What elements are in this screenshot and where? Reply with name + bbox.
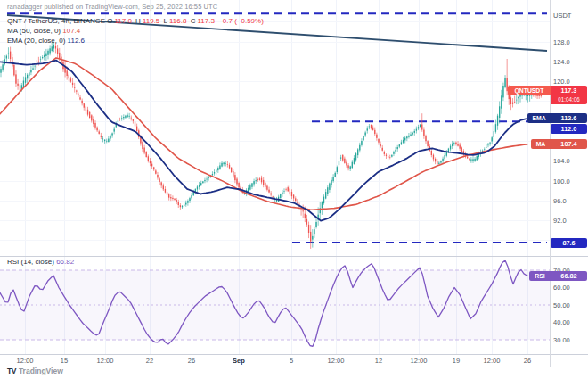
candle-body	[492, 137, 493, 141]
chart-legend[interactable]: QNT / TetherUS, 4h, BINANCE O117.0 H119.…	[7, 16, 265, 45]
candle-body	[484, 149, 485, 150]
candle-body	[433, 155, 434, 160]
candle-body	[359, 145, 360, 151]
candle-body	[502, 86, 503, 97]
candle-body	[271, 194, 272, 195]
candle-body	[323, 197, 324, 203]
candle-body	[42, 57, 43, 58]
candle-body	[35, 66, 36, 67]
candle-body	[165, 189, 166, 193]
candle-body	[266, 186, 267, 190]
time-tick-label: 12	[363, 357, 394, 365]
candle-body	[189, 198, 190, 201]
candle-body	[438, 163, 439, 164]
candle-body	[355, 153, 356, 160]
candle-body	[283, 191, 284, 192]
candle-body	[291, 192, 292, 196]
ma-price-badge[interactable]: MA 107.4	[531, 139, 587, 149]
candle-body	[437, 161, 437, 164]
candle-body	[461, 147, 462, 152]
candle-body	[371, 125, 372, 128]
candle-body	[293, 195, 294, 199]
candle-body	[386, 155, 387, 156]
candle-body	[352, 162, 353, 168]
candle-body	[408, 136, 409, 137]
candle-body	[119, 119, 120, 119]
candle-body	[231, 168, 232, 172]
tradingview-logo[interactable]: TV TradingView	[7, 367, 63, 375]
candle-body	[420, 125, 421, 127]
level-112-badge[interactable]: 112.0	[551, 124, 587, 134]
candle-body	[374, 130, 375, 134]
candle-body	[38, 62, 39, 62]
candle-body	[57, 49, 58, 54]
price-chart-canvas[interactable]	[0, 0, 588, 379]
candle-body	[489, 143, 490, 144]
ma-value: 107.4	[62, 27, 80, 35]
candle-body	[259, 178, 260, 180]
candle-body	[342, 155, 343, 161]
rsi-tick-label: 60.00	[553, 284, 585, 292]
ma-tag: MA	[531, 139, 551, 149]
rsi-legend-row[interactable]: RSI (14, close) 66.82	[7, 258, 74, 266]
ema-price-badge[interactable]: EMA 112.6	[527, 113, 587, 123]
time-tick-label: 12:00	[404, 357, 434, 365]
candle-body	[15, 74, 16, 83]
candle-body	[472, 159, 473, 161]
candle-body	[389, 157, 390, 158]
candle-body	[268, 190, 269, 193]
symbol-legend-row[interactable]: QNT / TetherUS, 4h, BINANCE O117.0 H119.…	[7, 16, 265, 26]
candle-body	[369, 127, 370, 128]
level-87-6-badge[interactable]: 87.6	[551, 238, 587, 248]
candle-body	[340, 158, 341, 159]
candle-body	[265, 183, 265, 187]
candle-body	[108, 139, 109, 143]
candle-body	[2, 64, 3, 70]
ema-legend-row[interactable]: EMA (20, close, 0) 112.6	[7, 36, 265, 45]
candle-body	[470, 160, 471, 161]
candle-body	[59, 53, 60, 59]
candle-body	[288, 187, 289, 191]
candle-body	[233, 171, 233, 177]
candle-body	[44, 55, 45, 57]
candle-body	[155, 170, 156, 173]
candle-body	[99, 131, 100, 134]
candle-body	[170, 197, 171, 198]
price-tick-label: 96.0	[553, 197, 585, 205]
candle-body	[72, 83, 73, 85]
candle-body	[148, 156, 149, 161]
candle-body	[101, 136, 102, 137]
candle-body	[136, 127, 137, 131]
candle-body	[403, 140, 404, 143]
candle-body	[305, 214, 306, 218]
candle-body	[421, 125, 422, 130]
candle-body	[329, 184, 330, 190]
rsi-axis-value: 66.82	[551, 271, 587, 281]
candle-body	[487, 145, 488, 146]
candle-body	[133, 119, 134, 121]
candle-body	[388, 156, 388, 158]
candle-body	[199, 185, 200, 187]
candle-body	[185, 203, 186, 205]
symbol-title[interactable]: QNT / TetherUS, 4h, BINANCE	[7, 17, 105, 25]
candle-body	[76, 91, 77, 92]
candle-body	[102, 139, 103, 140]
candle-body	[477, 156, 478, 160]
candle-body	[467, 157, 468, 159]
rsi-value: 66.82	[56, 258, 74, 266]
candle-body	[414, 131, 415, 133]
last-price-badge[interactable]: QNTUSDT 117.3 01:04:06	[508, 86, 587, 104]
candle-body	[157, 175, 158, 178]
candle-body	[310, 232, 311, 242]
candle-body	[187, 201, 188, 203]
candle-body	[337, 167, 338, 172]
candle-body	[143, 148, 144, 153]
candle-body	[236, 179, 237, 185]
candle-body	[89, 112, 90, 118]
rsi-value-badge[interactable]: RSI 66.82	[529, 271, 587, 281]
candle-body	[78, 95, 78, 96]
ma-legend-row[interactable]: MA (50, close, 0) 107.4	[7, 26, 265, 36]
ema20-line	[0, 61, 527, 221]
candle-body	[315, 222, 316, 227]
candle-body	[306, 219, 307, 225]
